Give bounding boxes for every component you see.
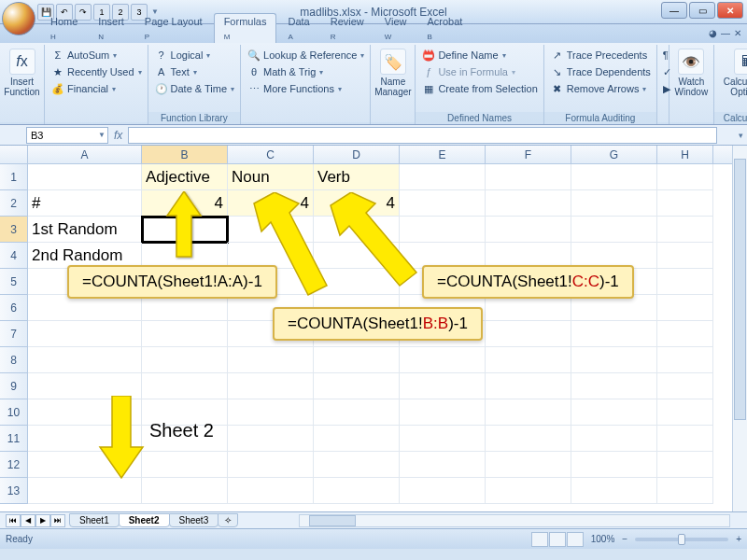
cell-C9[interactable] <box>228 373 314 399</box>
cell-B8[interactable] <box>142 347 228 373</box>
col-header-D[interactable]: D <box>314 146 400 163</box>
more-functions-button[interactable]: ⋯More Functions▾ <box>247 80 364 97</box>
lookup-button[interactable]: 🔍Lookup & Reference▾ <box>247 47 364 63</box>
cell-D1[interactable]: Verb <box>314 164 400 190</box>
minimize-button[interactable]: — <box>661 2 687 19</box>
row-header-4[interactable]: 4 <box>0 243 28 269</box>
zoom-level[interactable]: 100% <box>591 534 615 544</box>
cell-A7[interactable] <box>28 321 142 347</box>
sheet-nav-last[interactable]: ⏭ <box>50 514 65 527</box>
cell-H7[interactable] <box>657 321 713 347</box>
cell-B13[interactable] <box>142 478 228 504</box>
row-header-12[interactable]: 12 <box>0 452 28 478</box>
row-header-11[interactable]: 11 <box>0 426 28 452</box>
logical-button[interactable]: ?Logical▾ <box>154 47 235 63</box>
row-header-9[interactable]: 9 <box>0 373 28 399</box>
horizontal-scrollbar[interactable] <box>299 514 730 527</box>
row-header-2[interactable]: 2 <box>0 190 28 217</box>
sheet-nav-next[interactable]: ▶ <box>35 514 50 527</box>
tab-review[interactable]: ReviewR <box>321 14 374 43</box>
calculation-options-button[interactable]: 🖩 Calculation Options <box>720 47 747 99</box>
cell-H1[interactable] <box>657 164 713 190</box>
scroll-thumb[interactable] <box>734 159 746 420</box>
col-header-B[interactable]: B <box>142 146 228 163</box>
tab-page-layout[interactable]: Page LayoutP <box>135 14 212 43</box>
cell-H9[interactable] <box>657 373 713 399</box>
close-button[interactable]: ✕ <box>717 2 743 19</box>
cell-B9[interactable] <box>142 373 228 399</box>
tab-home[interactable]: HomeH <box>41 14 87 43</box>
doc-close-icon[interactable]: ✕ <box>734 28 741 38</box>
view-page-layout-button[interactable] <box>549 532 566 547</box>
row-header-6[interactable]: 6 <box>0 295 28 321</box>
date-time-button[interactable]: 🕐Date & Time▾ <box>154 80 235 97</box>
name-box[interactable]: B3▼ <box>26 127 108 144</box>
sheet-tab-sheet1[interactable]: Sheet1 <box>69 513 120 527</box>
cell-D12[interactable] <box>314 452 400 478</box>
cell-D10[interactable] <box>314 399 400 426</box>
financial-button[interactable]: 💰Financial▾ <box>50 80 142 97</box>
recently-used-button[interactable]: ★Recently Used▾ <box>50 63 142 80</box>
cell-E10[interactable] <box>400 399 486 426</box>
cell-H5[interactable] <box>657 269 713 295</box>
cell-G10[interactable] <box>571 399 657 426</box>
maximize-button[interactable]: ▭ <box>689 2 715 19</box>
expand-formula-bar-icon[interactable]: ▾ <box>734 131 747 140</box>
autosum-button[interactable]: ΣAutoSum▾ <box>50 47 142 63</box>
cell-C11[interactable] <box>228 426 314 452</box>
name-manager-button[interactable]: 🏷️ Name Manager <box>376 47 409 99</box>
cell-G13[interactable] <box>571 478 657 504</box>
row-header-7[interactable]: 7 <box>0 321 28 347</box>
cell-E13[interactable] <box>400 478 486 504</box>
create-from-selection-button[interactable]: ▦Create from Selection <box>421 80 537 97</box>
col-header-F[interactable]: F <box>486 146 571 163</box>
cell-B7[interactable] <box>142 321 228 347</box>
zoom-slider[interactable] <box>635 538 728 541</box>
cell-G8[interactable] <box>571 347 657 373</box>
zoom-out-button[interactable]: − <box>622 534 627 544</box>
remove-arrows-button[interactable]: ✖Remove Arrows▾ <box>550 80 651 97</box>
cell-H6[interactable] <box>657 295 713 321</box>
cell-H8[interactable] <box>657 347 713 373</box>
new-sheet-button[interactable]: ✧ <box>218 513 238 527</box>
cell-H3[interactable] <box>657 217 713 243</box>
col-header-C[interactable]: C <box>228 146 314 163</box>
math-trig-button[interactable]: θMath & Trig▾ <box>247 63 364 80</box>
cell-G1[interactable] <box>571 164 657 190</box>
cell-F10[interactable] <box>486 399 571 426</box>
cell-A8[interactable] <box>28 347 142 373</box>
sheet-tab-sheet2[interactable]: Sheet2 <box>119 513 170 527</box>
col-header-A[interactable]: A <box>28 146 142 163</box>
cell-E12[interactable] <box>400 452 486 478</box>
tab-formulas[interactable]: FormulasM <box>214 13 277 43</box>
cell-G2[interactable] <box>571 190 657 217</box>
cell-H10[interactable] <box>657 399 713 426</box>
chevron-down-icon[interactable]: ▼ <box>98 131 106 139</box>
zoom-in-button[interactable]: + <box>736 534 741 544</box>
tab-insert[interactable]: InsertN <box>89 14 134 43</box>
trace-precedents-button[interactable]: ↗Trace Precedents <box>550 47 651 63</box>
cell-C13[interactable] <box>228 478 314 504</box>
tab-data[interactable]: DataA <box>278 14 318 43</box>
sheet-nav-prev[interactable]: ◀ <box>21 514 35 527</box>
cell-F11[interactable] <box>486 426 571 452</box>
cell-F3[interactable] <box>486 217 571 243</box>
cell-F8[interactable] <box>486 347 571 373</box>
vertical-scrollbar[interactable] <box>732 146 747 511</box>
zoom-thumb[interactable] <box>678 534 685 545</box>
tab-view[interactable]: ViewW <box>375 14 416 43</box>
cell-H2[interactable] <box>657 190 713 217</box>
cell-A3[interactable]: 1st Random <box>28 217 142 243</box>
row-header-5[interactable]: 5 <box>0 269 28 295</box>
use-in-formula-button[interactable]: ƒUse in Formula▾ <box>421 63 537 80</box>
col-header-G[interactable]: G <box>571 146 657 163</box>
trace-dependents-button[interactable]: ↘Trace Dependents <box>550 63 651 80</box>
cell-C12[interactable] <box>228 452 314 478</box>
cell-D8[interactable] <box>314 347 400 373</box>
cell-E9[interactable] <box>400 373 486 399</box>
cell-A1[interactable] <box>28 164 142 190</box>
cell-D13[interactable] <box>314 478 400 504</box>
cell-E11[interactable] <box>400 426 486 452</box>
view-page-break-button[interactable] <box>567 532 584 547</box>
scroll-thumb[interactable] <box>309 515 356 526</box>
